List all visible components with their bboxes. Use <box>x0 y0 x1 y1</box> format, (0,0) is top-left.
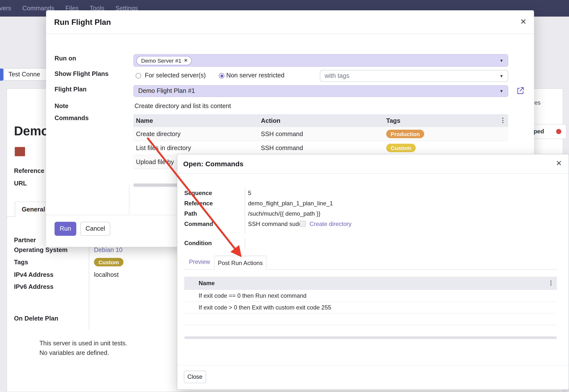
cell-name: If exit code > 0 then Exit with custom e… <box>199 304 331 311</box>
status-dot-icon <box>556 129 561 134</box>
cell-name: Create directory <box>136 130 181 138</box>
col-name: Name <box>136 117 153 125</box>
with-tags-select[interactable]: with tags ▾ <box>320 70 508 82</box>
kebab-menu-icon[interactable]: ⋮ <box>548 280 554 286</box>
ipv6-label: IPv6 Address <box>14 283 54 291</box>
command-checkbox[interactable] <box>300 221 306 227</box>
run-on-select[interactable]: Demo Server #1 ✕ ▾ <box>133 54 508 67</box>
flight-plan-select[interactable]: Demo Flight Plan #1 ▾ <box>133 85 508 97</box>
col-name: Name <box>199 280 215 287</box>
tag-badge-custom: Custom <box>386 144 416 152</box>
test-connection-button[interactable]: Test Conne <box>4 68 47 81</box>
table-row[interactable]: If exit code == 0 then Run next command <box>184 290 557 302</box>
server-title: Demo <box>14 124 49 138</box>
cell-action: SSH command <box>261 144 303 152</box>
command-value: SSH command sudo <box>248 221 302 227</box>
cell-name: If exit code == 0 then Run next command <box>199 293 307 299</box>
with-tags-value: with tags <box>325 72 350 80</box>
cancel-button[interactable]: Cancel <box>80 222 110 236</box>
chip-remove-icon[interactable]: ✕ <box>184 58 188 63</box>
sequence-label: Sequence <box>184 190 212 196</box>
modal-footer-divider <box>177 365 569 366</box>
radio-for-selected-servers-label[interactable]: For selected server(s) <box>145 72 206 79</box>
flight-plan-value: Demo Flight Plan #1 <box>138 87 195 95</box>
post-run-actions-table: Name ⋮ If exit code == 0 then Run next c… <box>184 277 557 325</box>
reference-label: Reference <box>14 167 44 175</box>
commands-table-header: Name Action Tags ⋮ <box>133 114 508 127</box>
close-icon[interactable]: ✕ <box>520 18 526 26</box>
close-button[interactable]: Close <box>184 371 206 383</box>
condition-label: Condition <box>184 240 212 247</box>
partner-label: Partner <box>14 237 36 244</box>
radio-for-selected-servers[interactable] <box>136 73 141 79</box>
tag-badge-production: Production <box>386 130 424 138</box>
field-separator <box>245 188 245 233</box>
ipv4-value: localhost <box>94 271 119 279</box>
cell-name: List files in directory <box>136 144 191 152</box>
table-row[interactable]: Create directory SSH command Production <box>133 127 508 141</box>
radio-non-server-restricted[interactable] <box>219 73 225 79</box>
create-directory-link[interactable]: Create directory <box>310 221 352 227</box>
path-label: Path <box>184 210 197 217</box>
run-button[interactable]: Run <box>55 222 76 236</box>
ipv4-label: IPv4 Address <box>14 271 54 279</box>
unit-test-note: This server is used in unit tests. <box>40 340 127 347</box>
show-flight-plans-label: Show Flight Plans <box>55 70 109 78</box>
nav-item-servers[interactable]: Servers <box>0 5 11 12</box>
run-modal-title: Run Flight Plan <box>54 17 111 26</box>
smart-button-fragment[interactable]: es <box>534 99 541 106</box>
post-run-table-header: Name ⋮ <box>184 277 557 290</box>
condition-separator <box>245 238 245 249</box>
label-column-separator <box>129 184 129 215</box>
run-modal-header: Run Flight Plan ✕ <box>46 10 534 34</box>
flight-plan-label: Flight Plan <box>55 86 86 93</box>
open-commands-modal: Open: Commands ✕ Sequence Reference Path… <box>177 154 569 390</box>
url-label: URL <box>14 180 27 187</box>
path-value: /such/much/{{ demo_path }} <box>248 210 321 217</box>
chevron-down-icon: ▾ <box>500 58 503 63</box>
table-row[interactable]: List files in directory SSH command Cust… <box>133 141 508 155</box>
form-separator <box>89 234 89 329</box>
horizontal-scrollbar[interactable] <box>184 336 557 339</box>
cell-action: SSH command <box>261 130 303 138</box>
edge-button-fragment[interactable] <box>0 69 3 81</box>
tag-badge-custom[interactable]: Custom <box>94 258 124 266</box>
note-label: Note <box>55 102 69 110</box>
close-icon[interactable]: ✕ <box>556 160 562 167</box>
os-label: Operating System <box>14 247 68 254</box>
chevron-down-icon: ▾ <box>500 88 503 94</box>
on-delete-plan-label: On Delete Plan <box>14 315 58 322</box>
col-tags: Tags <box>386 117 400 125</box>
empty-table-row <box>184 314 557 325</box>
sequence-value: 5 <box>248 190 251 196</box>
tab-post-run-actions[interactable]: Post Run Actions <box>214 256 267 270</box>
tab-preview[interactable]: Preview <box>189 259 210 265</box>
server-chip[interactable]: Demo Server #1 ✕ <box>136 56 192 65</box>
commands-label: Commands <box>55 115 89 122</box>
chevron-down-icon: ▾ <box>500 73 503 79</box>
command-label: Command <box>184 221 213 227</box>
server-chip-label: Demo Server #1 <box>141 57 182 64</box>
flight-plan-description: Create directory and list its content <box>135 102 231 110</box>
external-link-icon[interactable] <box>516 87 525 95</box>
radio-non-server-restricted-label[interactable]: Non server restricted <box>226 72 284 79</box>
reference-label: Reference <box>184 200 213 207</box>
cell-name: Upload file by <box>136 158 174 166</box>
tags-label: Tags <box>14 259 28 266</box>
screen: Servers Commands Files Tools Settings Te… <box>0 0 569 392</box>
kebab-menu-icon[interactable]: ⋮ <box>500 117 506 124</box>
reference-value: demo_flight_plan_1_plan_line_1 <box>248 200 333 207</box>
commands-modal-title: Open: Commands <box>183 160 243 168</box>
os-value-link[interactable]: Debian 10 <box>94 247 123 254</box>
run-on-label: Run on <box>55 55 76 62</box>
server-color-swatch[interactable] <box>15 147 25 156</box>
table-row[interactable]: If exit code > 0 then Exit with custom e… <box>184 302 557 314</box>
no-variables-note: No variables are defined. <box>40 349 109 357</box>
commands-modal-header: Open: Commands ✕ <box>177 154 569 174</box>
col-action: Action <box>261 117 280 125</box>
